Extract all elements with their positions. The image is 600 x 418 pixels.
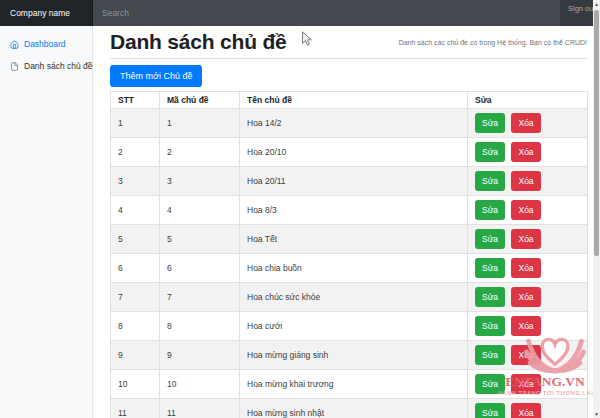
cell-ma-chu-de: 2 bbox=[160, 138, 240, 167]
cell-ten-chu-de: Hoa mừng sinh nhật bbox=[240, 399, 468, 418]
delete-button[interactable]: Xóa bbox=[511, 113, 540, 133]
cell-ten-chu-de: Hoa Tết bbox=[240, 225, 468, 254]
cell-stt: 10 bbox=[111, 370, 160, 399]
cell-ten-chu-de: Hoa chia buồn bbox=[240, 254, 468, 283]
edit-button[interactable]: Sửa bbox=[475, 229, 505, 249]
cell-stt: 8 bbox=[111, 312, 160, 341]
scrollbar-thumb[interactable] bbox=[594, 10, 599, 256]
delete-button[interactable]: Xóa bbox=[511, 171, 540, 191]
table-row: 2 2 Hoa 20/10 Sửa Xóa bbox=[111, 138, 588, 167]
brand-link[interactable]: Company name bbox=[0, 0, 93, 26]
cell-actions: Sửa Xóa bbox=[468, 225, 588, 254]
scrollbar[interactable]: ▲ ▼ bbox=[593, 0, 600, 418]
cell-ten-chu-de: Hoa mừng giáng sinh bbox=[240, 341, 468, 370]
table-row: 11 11 Hoa mừng sinh nhật Sửa Xóa bbox=[111, 399, 588, 418]
edit-button[interactable]: Sửa bbox=[475, 287, 505, 307]
delete-button[interactable]: Xóa bbox=[511, 374, 540, 394]
cell-ten-chu-de: Hoa chúc sức khỏe bbox=[240, 283, 468, 312]
header-ten-chu-de: Tên chủ đề bbox=[240, 92, 468, 109]
edit-button[interactable]: Sửa bbox=[475, 316, 505, 336]
cell-actions: Sửa Xóa bbox=[468, 283, 588, 312]
table-header-row: STT Mã chủ đề Tên chủ đề Sửa bbox=[111, 92, 588, 109]
home-icon bbox=[10, 40, 19, 49]
edit-button[interactable]: Sửa bbox=[475, 345, 505, 365]
header-ma-chu-de: Mã chủ đề bbox=[160, 92, 240, 109]
cell-ten-chu-de: Hoa cưới bbox=[240, 312, 468, 341]
cell-actions: Sửa Xóa bbox=[468, 312, 588, 341]
delete-button[interactable]: Xóa bbox=[511, 316, 540, 336]
delete-button[interactable]: Xóa bbox=[511, 258, 540, 278]
delete-button[interactable]: Xóa bbox=[511, 403, 540, 418]
delete-button[interactable]: Xóa bbox=[511, 200, 540, 220]
cell-actions: Sửa Xóa bbox=[468, 370, 588, 399]
search-input[interactable] bbox=[93, 0, 560, 26]
cell-stt: 3 bbox=[111, 167, 160, 196]
cell-ma-chu-de: 7 bbox=[160, 283, 240, 312]
sidebar-item-label: Danh sách chủ đề bbox=[24, 61, 93, 71]
cell-stt: 7 bbox=[111, 283, 160, 312]
edit-button[interactable]: Sửa bbox=[475, 113, 505, 133]
cell-stt: 1 bbox=[111, 109, 160, 138]
edit-button[interactable]: Sửa bbox=[475, 142, 505, 162]
top-navbar: Company name Sign out bbox=[0, 0, 600, 26]
cell-ma-chu-de: 9 bbox=[160, 341, 240, 370]
cell-stt: 9 bbox=[111, 341, 160, 370]
cell-actions: Sửa Xóa bbox=[468, 196, 588, 225]
cell-actions: Sửa Xóa bbox=[468, 254, 588, 283]
cell-actions: Sửa Xóa bbox=[468, 138, 588, 167]
delete-button[interactable]: Xóa bbox=[511, 345, 540, 365]
delete-button[interactable]: Xóa bbox=[511, 142, 540, 162]
cell-ma-chu-de: 5 bbox=[160, 225, 240, 254]
page-title: Danh sách chủ đề bbox=[110, 30, 287, 54]
topics-table: STT Mã chủ đề Tên chủ đề Sửa 1 1 Hoa 14/… bbox=[110, 91, 588, 418]
cell-stt: 5 bbox=[111, 225, 160, 254]
cell-ten-chu-de: Hoa 20/10 bbox=[240, 138, 468, 167]
table-row: 10 10 Hoa mừng khai trương Sửa Xóa bbox=[111, 370, 588, 399]
add-topic-button[interactable]: Thêm mới Chủ đề bbox=[110, 65, 202, 87]
cell-stt: 2 bbox=[111, 138, 160, 167]
table-row: 1 1 Hoa 14/2 Sửa Xóa bbox=[111, 109, 588, 138]
table-row: 4 4 Hoa 8/3 Sửa Xóa bbox=[111, 196, 588, 225]
search-container bbox=[93, 0, 560, 26]
delete-button[interactable]: Xóa bbox=[511, 287, 540, 307]
cell-ma-chu-de: 8 bbox=[160, 312, 240, 341]
cell-ma-chu-de: 10 bbox=[160, 370, 240, 399]
header-sua: Sửa bbox=[468, 92, 588, 109]
table-row: 9 9 Hoa mừng giáng sinh Sửa Xóa bbox=[111, 341, 588, 370]
sidebar-item-dashboard[interactable]: Dashboard bbox=[0, 33, 93, 55]
table-row: 8 8 Hoa cưới Sửa Xóa bbox=[111, 312, 588, 341]
edit-button[interactable]: Sửa bbox=[475, 200, 505, 220]
header-stt: STT bbox=[111, 92, 160, 109]
cell-actions: Sửa Xóa bbox=[468, 109, 588, 138]
edit-button[interactable]: Sửa bbox=[475, 171, 505, 191]
page-subtitle: Danh sách các chủ đề có trong Hệ thống. … bbox=[399, 39, 588, 46]
sidebar: Dashboard Danh sách chủ đề bbox=[0, 26, 93, 418]
file-icon bbox=[10, 62, 19, 71]
cell-ma-chu-de: 4 bbox=[160, 196, 240, 225]
edit-button[interactable]: Sửa bbox=[475, 374, 505, 394]
table-row: 6 6 Hoa chia buồn Sửa Xóa bbox=[111, 254, 588, 283]
table-row: 5 5 Hoa Tết Sửa Xóa bbox=[111, 225, 588, 254]
cell-ten-chu-de: Hoa 14/2 bbox=[240, 109, 468, 138]
cell-stt: 4 bbox=[111, 196, 160, 225]
cell-ten-chu-de: Hoa mừng khai trương bbox=[240, 370, 468, 399]
cell-ten-chu-de: Hoa 8/3 bbox=[240, 196, 468, 225]
cell-ma-chu-de: 11 bbox=[160, 399, 240, 418]
cell-ma-chu-de: 1 bbox=[160, 109, 240, 138]
edit-button[interactable]: Sửa bbox=[475, 258, 505, 278]
cell-actions: Sửa Xóa bbox=[468, 399, 588, 418]
cell-actions: Sửa Xóa bbox=[468, 341, 588, 370]
table-row: 7 7 Hoa chúc sức khỏe Sửa Xóa bbox=[111, 283, 588, 312]
cell-ma-chu-de: 6 bbox=[160, 254, 240, 283]
sidebar-item-label: Dashboard bbox=[24, 39, 66, 49]
cell-actions: Sửa Xóa bbox=[468, 167, 588, 196]
cell-stt: 11 bbox=[111, 399, 160, 418]
cell-ten-chu-de: Hoa 20/11 bbox=[240, 167, 468, 196]
cell-stt: 6 bbox=[111, 254, 160, 283]
scrollbar-up-arrow[interactable]: ▲ bbox=[593, 0, 600, 8]
scrollbar-down-arrow[interactable]: ▼ bbox=[593, 410, 600, 418]
delete-button[interactable]: Xóa bbox=[511, 229, 540, 249]
table-body: 1 1 Hoa 14/2 Sửa Xóa 2 2 Hoa 20/10 Sửa X… bbox=[111, 109, 588, 418]
edit-button[interactable]: Sửa bbox=[475, 403, 505, 418]
sidebar-item-danh-sach-chu-de[interactable]: Danh sách chủ đề bbox=[0, 55, 93, 77]
